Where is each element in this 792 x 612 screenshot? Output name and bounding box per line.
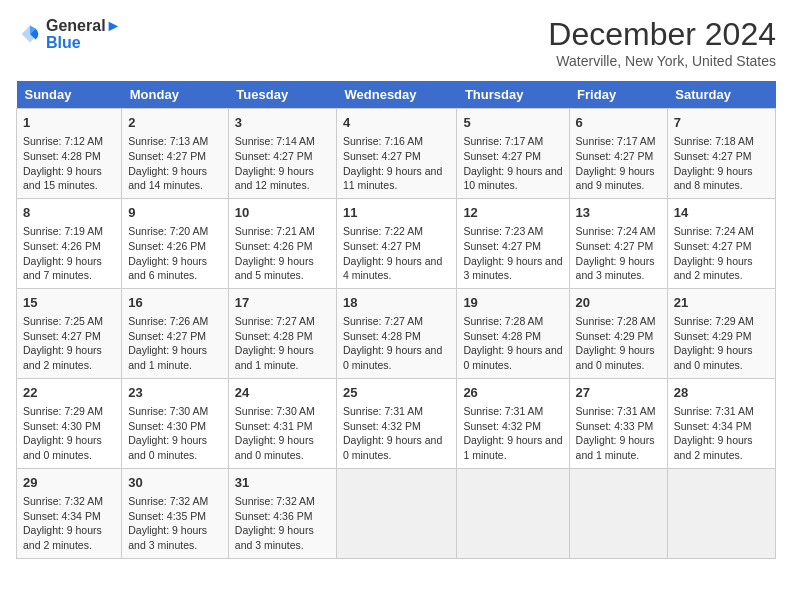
daylight-text: Daylight: 9 hours and 9 minutes. [576,165,655,192]
sunset-text: Sunset: 4:34 PM [674,420,752,432]
sunset-text: Sunset: 4:26 PM [23,240,101,252]
calendar-cell: 1 Sunrise: 7:12 AM Sunset: 4:28 PM Dayli… [17,109,122,199]
sunset-text: Sunset: 4:27 PM [128,150,206,162]
calendar-cell: 18 Sunrise: 7:27 AM Sunset: 4:28 PM Dayl… [337,288,457,378]
daylight-text: Daylight: 9 hours and 1 minute. [235,344,314,371]
calendar-cell: 19 Sunrise: 7:28 AM Sunset: 4:28 PM Dayl… [457,288,569,378]
daylight-text: Daylight: 9 hours and 0 minutes. [343,434,442,461]
calendar-cell: 3 Sunrise: 7:14 AM Sunset: 4:27 PM Dayli… [228,109,336,199]
sunrise-text: Sunrise: 7:27 AM [343,315,423,327]
day-number: 21 [674,294,769,312]
daylight-text: Daylight: 9 hours and 0 minutes. [463,344,562,371]
sunset-text: Sunset: 4:26 PM [128,240,206,252]
location-text: Waterville, New York, United States [548,53,776,69]
sunset-text: Sunset: 4:30 PM [23,420,101,432]
header-thursday: Thursday [457,81,569,109]
day-number: 12 [463,204,562,222]
calendar-header-row: SundayMondayTuesdayWednesdayThursdayFrid… [17,81,776,109]
sunset-text: Sunset: 4:32 PM [343,420,421,432]
sunset-text: Sunset: 4:35 PM [128,510,206,522]
sunrise-text: Sunrise: 7:17 AM [576,135,656,147]
sunrise-text: Sunrise: 7:30 AM [235,405,315,417]
header-wednesday: Wednesday [337,81,457,109]
calendar-week-3: 15 Sunrise: 7:25 AM Sunset: 4:27 PM Dayl… [17,288,776,378]
logo-subtext: Blue [46,33,121,52]
day-number: 25 [343,384,450,402]
sunrise-text: Sunrise: 7:31 AM [576,405,656,417]
sunrise-text: Sunrise: 7:26 AM [128,315,208,327]
day-number: 20 [576,294,661,312]
daylight-text: Daylight: 9 hours and 3 minutes. [463,255,562,282]
day-number: 6 [576,114,661,132]
header-sunday: Sunday [17,81,122,109]
daylight-text: Daylight: 9 hours and 2 minutes. [674,255,753,282]
calendar-cell: 22 Sunrise: 7:29 AM Sunset: 4:30 PM Dayl… [17,378,122,468]
sunrise-text: Sunrise: 7:32 AM [128,495,208,507]
calendar-cell: 9 Sunrise: 7:20 AM Sunset: 4:26 PM Dayli… [122,198,229,288]
header-saturday: Saturday [667,81,775,109]
header-friday: Friday [569,81,667,109]
sunset-text: Sunset: 4:34 PM [23,510,101,522]
sunrise-text: Sunrise: 7:13 AM [128,135,208,147]
calendar-cell: 27 Sunrise: 7:31 AM Sunset: 4:33 PM Dayl… [569,378,667,468]
day-number: 2 [128,114,222,132]
calendar-cell: 5 Sunrise: 7:17 AM Sunset: 4:27 PM Dayli… [457,109,569,199]
daylight-text: Daylight: 9 hours and 11 minutes. [343,165,442,192]
day-number: 19 [463,294,562,312]
calendar-cell: 2 Sunrise: 7:13 AM Sunset: 4:27 PM Dayli… [122,109,229,199]
day-number: 9 [128,204,222,222]
sunrise-text: Sunrise: 7:24 AM [576,225,656,237]
sunrise-text: Sunrise: 7:24 AM [674,225,754,237]
daylight-text: Daylight: 9 hours and 1 minute. [576,434,655,461]
day-number: 27 [576,384,661,402]
header-tuesday: Tuesday [228,81,336,109]
calendar-table: SundayMondayTuesdayWednesdayThursdayFrid… [16,81,776,559]
day-number: 16 [128,294,222,312]
calendar-cell: 6 Sunrise: 7:17 AM Sunset: 4:27 PM Dayli… [569,109,667,199]
sunset-text: Sunset: 4:27 PM [23,330,101,342]
calendar-cell: 17 Sunrise: 7:27 AM Sunset: 4:28 PM Dayl… [228,288,336,378]
daylight-text: Daylight: 9 hours and 10 minutes. [463,165,562,192]
day-number: 30 [128,474,222,492]
sunrise-text: Sunrise: 7:29 AM [674,315,754,327]
sunrise-text: Sunrise: 7:30 AM [128,405,208,417]
daylight-text: Daylight: 9 hours and 3 minutes. [235,524,314,551]
day-number: 22 [23,384,115,402]
day-number: 7 [674,114,769,132]
daylight-text: Daylight: 9 hours and 3 minutes. [128,524,207,551]
calendar-week-5: 29 Sunrise: 7:32 AM Sunset: 4:34 PM Dayl… [17,468,776,558]
calendar-cell: 8 Sunrise: 7:19 AM Sunset: 4:26 PM Dayli… [17,198,122,288]
daylight-text: Daylight: 9 hours and 1 minute. [463,434,562,461]
sunrise-text: Sunrise: 7:12 AM [23,135,103,147]
sunrise-text: Sunrise: 7:27 AM [235,315,315,327]
daylight-text: Daylight: 9 hours and 3 minutes. [576,255,655,282]
day-number: 15 [23,294,115,312]
sunrise-text: Sunrise: 7:20 AM [128,225,208,237]
daylight-text: Daylight: 9 hours and 2 minutes. [23,524,102,551]
sunset-text: Sunset: 4:28 PM [23,150,101,162]
calendar-title-area: December 2024 Waterville, New York, Unit… [548,16,776,69]
sunset-text: Sunset: 4:28 PM [463,330,541,342]
day-number: 1 [23,114,115,132]
sunrise-text: Sunrise: 7:17 AM [463,135,543,147]
sunset-text: Sunset: 4:32 PM [463,420,541,432]
calendar-cell: 20 Sunrise: 7:28 AM Sunset: 4:29 PM Dayl… [569,288,667,378]
daylight-text: Daylight: 9 hours and 14 minutes. [128,165,207,192]
header-monday: Monday [122,81,229,109]
daylight-text: Daylight: 9 hours and 7 minutes. [23,255,102,282]
calendar-cell: 25 Sunrise: 7:31 AM Sunset: 4:32 PM Dayl… [337,378,457,468]
sunset-text: Sunset: 4:27 PM [343,240,421,252]
sunrise-text: Sunrise: 7:14 AM [235,135,315,147]
sunrise-text: Sunrise: 7:32 AM [235,495,315,507]
calendar-cell: 14 Sunrise: 7:24 AM Sunset: 4:27 PM Dayl… [667,198,775,288]
day-number: 17 [235,294,330,312]
daylight-text: Daylight: 9 hours and 5 minutes. [235,255,314,282]
calendar-cell: 21 Sunrise: 7:29 AM Sunset: 4:29 PM Dayl… [667,288,775,378]
day-number: 10 [235,204,330,222]
calendar-cell: 30 Sunrise: 7:32 AM Sunset: 4:35 PM Dayl… [122,468,229,558]
sunset-text: Sunset: 4:29 PM [674,330,752,342]
daylight-text: Daylight: 9 hours and 2 minutes. [23,344,102,371]
calendar-cell [667,468,775,558]
sunset-text: Sunset: 4:31 PM [235,420,313,432]
sunrise-text: Sunrise: 7:31 AM [343,405,423,417]
